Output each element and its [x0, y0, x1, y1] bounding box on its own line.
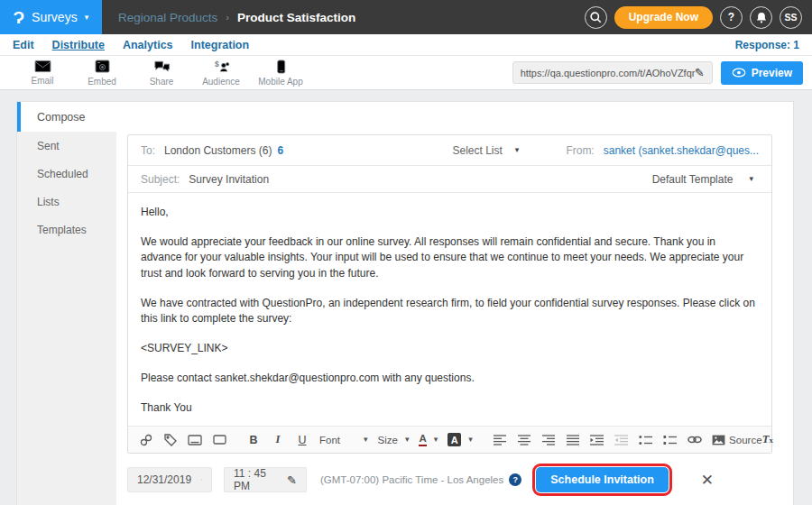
select-list-dropdown[interactable]: Select List ▾ [452, 144, 519, 157]
preview-button[interactable]: Preview [721, 61, 803, 85]
channel-label: Email [31, 76, 53, 86]
top-header-bar: Ɂ Surveys ▾ Regional Products › Product … [0, 0, 812, 34]
sidebar-item-compose[interactable]: Compose [17, 102, 793, 132]
bold-button[interactable]: B [246, 431, 261, 449]
body-paragraph: Hello, [141, 205, 759, 220]
survey-nav-row: Edit Distribute Analytics Integration Re… [0, 34, 812, 56]
bg-color-button[interactable]: A▾ [448, 433, 473, 446]
body-paragraph: We would appreciate your feedback in our… [141, 234, 759, 281]
anchor-link-button[interactable] [139, 431, 153, 449]
outdent-button[interactable] [614, 431, 629, 449]
to-row: To: London Customers (6) 6 Select List ▾… [128, 135, 771, 166]
select-list-label: Select List [452, 144, 502, 157]
chevron-down-icon: ▾ [749, 175, 753, 183]
channel-label: Mobile App [258, 77, 302, 87]
compose-sidebar: Sent Scheduled Lists Templates [17, 132, 116, 505]
channel-label: Audience [202, 77, 240, 87]
align-left-button[interactable] [493, 431, 507, 449]
underline-button[interactable]: U [295, 431, 309, 449]
chevron-down-icon: ▾ [515, 146, 520, 154]
distribute-panel: Compose Sent Scheduled Lists Templates T… [16, 101, 794, 505]
numbered-list-icon [663, 435, 677, 445]
chevron-down-icon: ▾ [405, 436, 410, 444]
breadcrumb: Regional Products › Product Satisfaction [118, 11, 355, 24]
source-label: Source [729, 435, 761, 445]
edit-url-icon[interactable]: ✎ [695, 66, 705, 79]
channel-mobile-app[interactable]: Mobile App [251, 60, 310, 87]
breadcrumb-folder[interactable]: Regional Products [118, 11, 217, 24]
merge-field-button[interactable] [188, 431, 202, 449]
channel-share[interactable]: Share [132, 60, 191, 87]
channel-embed[interactable]: Embed [72, 60, 132, 87]
tag-button[interactable] [163, 431, 178, 449]
tab-integration[interactable]: Integration [191, 39, 250, 51]
align-right-icon [542, 435, 555, 445]
size-dropdown[interactable]: Size▾ [378, 435, 410, 445]
insert-link-button[interactable] [687, 431, 702, 449]
notifications-button[interactable] [750, 6, 772, 29]
align-right-button[interactable] [541, 431, 556, 449]
mobile-icon [275, 60, 287, 74]
subject-row: Subject: Survey Invitation Default Templ… [128, 166, 771, 193]
button-insert-button[interactable] [212, 431, 226, 449]
font-dropdown[interactable]: Font▾ [319, 435, 368, 445]
sidebar-item-lists[interactable]: Lists [17, 188, 116, 216]
date-picker[interactable]: 12/31/2019 [127, 467, 212, 492]
size-label: Size [378, 435, 398, 445]
help-button[interactable]: ? [720, 6, 743, 29]
align-center-button[interactable] [517, 431, 531, 449]
tab-edit[interactable]: Edit [13, 39, 34, 51]
channel-audience[interactable]: $ Audience [191, 60, 251, 87]
close-icon[interactable]: ✕ [701, 471, 714, 490]
user-avatar[interactable]: SS [780, 6, 802, 29]
timezone-help-icon[interactable]: ? [509, 473, 521, 486]
header-actions: Upgrade Now ? SS [585, 6, 802, 29]
time-picker[interactable]: 11 : 45 PM ✎ [224, 467, 307, 492]
outdent-icon [614, 435, 628, 445]
chain-rings-icon [140, 434, 152, 446]
tab-distribute[interactable]: Distribute [52, 39, 105, 51]
channel-email[interactable]: Email [13, 60, 72, 86]
surveys-product-menu[interactable]: Ɂ Surveys ▾ [0, 0, 102, 34]
align-left-icon [494, 435, 506, 445]
response-count[interactable]: Response: 1 [735, 39, 799, 51]
chevron-down-icon: ▾ [85, 14, 89, 22]
schedule-invitation-button[interactable]: Schedule Invitation [536, 467, 669, 492]
numbered-list-button[interactable] [663, 431, 678, 449]
from-value[interactable]: sanket (sanket.shekdar@ques... [604, 144, 759, 157]
text-color-button[interactable]: A▾ [419, 433, 438, 445]
sidebar-item-templates[interactable]: Templates [17, 216, 116, 243]
tab-analytics[interactable]: Analytics [123, 39, 173, 51]
email-body-editor[interactable]: Hello, We would appreciate your feedback… [128, 193, 771, 426]
align-center-icon [518, 435, 531, 445]
to-value[interactable]: London Customers (6) [164, 144, 272, 157]
survey-url-field[interactable]: https://qa.questionpro.com/t/AOhoVZfqml … [512, 61, 713, 84]
italic-button[interactable]: I [271, 431, 285, 449]
source-button[interactable]: Source [736, 431, 751, 449]
editor-toolbar: B I U Font▾ Size▾ A▾ A▾ Source Tx [128, 426, 771, 453]
compose-label: Compose [37, 111, 86, 124]
remove-format-button[interactable]: Tx [761, 431, 775, 449]
sidebar-item-scheduled[interactable]: Scheduled [17, 160, 116, 188]
search-button[interactable] [585, 6, 607, 29]
justify-button[interactable] [566, 431, 580, 449]
upgrade-now-button[interactable]: Upgrade Now [614, 6, 713, 29]
bullet-list-button[interactable] [639, 431, 653, 449]
template-dropdown[interactable]: Default Template ▾ [652, 173, 753, 186]
from-label: From: [566, 144, 594, 157]
sidebar-item-sent[interactable]: Sent [17, 132, 116, 160]
svg-text:$: $ [214, 60, 218, 69]
tx-x: x [769, 436, 773, 445]
recipient-count[interactable]: 6 [277, 144, 283, 157]
compose-main-area: To: London Customers (6) 6 Select List ▾… [116, 132, 793, 505]
channel-label: Embed [88, 77, 116, 87]
email-compose-card: To: London Customers (6) 6 Select List ▾… [127, 134, 772, 454]
image-icon [712, 435, 725, 445]
insert-image-button[interactable] [712, 431, 726, 449]
subject-value[interactable]: Survey Invitation [189, 173, 269, 186]
indent-button[interactable] [590, 431, 604, 449]
body-paragraph: Please contact sanket.shekdar@questionpr… [141, 371, 759, 386]
body-paragraph: We have contracted with QuestionPro, an … [141, 296, 759, 327]
justify-icon [567, 435, 579, 445]
audience-icon: $ [213, 60, 230, 74]
